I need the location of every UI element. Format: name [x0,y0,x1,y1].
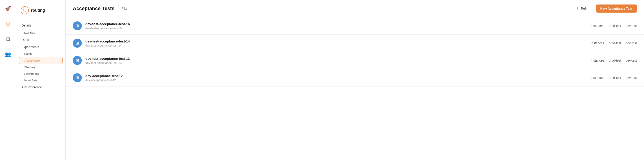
test-dev-label: dev-test [626,24,637,28]
table-row[interactable]: ⊞ dev-test-acceptance-test-16 dev-test-a… [66,17,644,34]
sidebar-item-input-sets[interactable]: Input Sets [19,77,63,84]
test-instances-label: Instances [591,24,604,28]
refresh-label: Refr... [581,7,589,10]
sidebar-header: ⬡ routing [16,4,66,19]
new-acceptance-test-button[interactable]: New Acceptance Test [596,4,637,12]
test-name: dev-test-acceptance-test-14 [86,39,591,43]
test-name: dev-test-acceptance-test-13 [86,57,591,60]
sidebar-item-switchback[interactable]: Switchback [19,70,63,77]
sidebar-item-shadow[interactable]: Shadow [19,64,63,70]
test-prod-label: prod-test [609,59,621,62]
main-header-right: ↻ Refr... New Acceptance Test [573,4,637,12]
table-row[interactable]: ⊞ dev-test-acceptance-test-14 dev-test-a… [66,34,644,52]
test-info: dev-acceptance-test-12 dev-acceptance-te… [86,74,591,82]
test-instances-label: Instances [591,76,604,80]
sidebar-item-instances[interactable]: Instances [19,29,63,36]
test-info: dev-test-acceptance-test-13 dev-test-acc… [86,57,591,64]
sidebar-item-runs[interactable]: Runs [19,36,63,43]
sidebar-item-api-reference[interactable]: API Reference [19,84,63,91]
icon-rail: 🚀 ⬡ ⊞ 👥 [0,0,16,160]
sidebar-item-details[interactable]: Details [19,22,63,29]
table-row[interactable]: ⊞ dev-test-acceptance-test-13 dev-test-a… [66,52,644,69]
sidebar-nav: Details Instances Runs Experiments Batch… [16,22,66,91]
sidebar: ⬡ routing Details Instances Runs Experim… [16,0,66,160]
test-meta: Instances prod-test dev-test [591,76,637,80]
test-info: dev-test-acceptance-test-16 dev-test-acc… [86,22,591,30]
test-name: dev-acceptance-test-12 [86,74,591,78]
main-header-left: Acceptance Tests [73,5,158,12]
test-instances-label: Instances [591,59,604,62]
sidebar-logo: ⬡ [21,6,29,14]
test-prod-label: prod-test [609,24,621,28]
users-icon[interactable]: 👥 [3,50,13,59]
page-title: Acceptance Tests [73,6,114,12]
test-dev-label: dev-test [626,41,637,45]
grid-icon[interactable]: ⊞ [3,34,13,44]
test-icon: ⊞ [73,39,82,48]
sidebar-title: routing [31,8,45,13]
test-meta: Instances prod-test dev-test [591,59,637,62]
test-subname: dev-test-acceptance-test-13 [86,61,591,64]
main-content: Acceptance Tests ↻ Refr... New Acceptanc… [66,0,644,160]
test-subname: dev-test-acceptance-test-16 [86,26,591,30]
test-instances-label: Instances [591,41,604,45]
cube-icon[interactable]: ⬡ [3,19,13,29]
test-dev-label: dev-test [626,59,637,62]
filter-input[interactable] [118,5,158,12]
test-list: ⊞ dev-test-acceptance-test-16 dev-test-a… [66,17,644,160]
test-subname: dev-acceptance-test-12 [86,78,591,82]
sidebar-item-acceptance[interactable]: Acceptance [19,57,63,64]
test-dev-label: dev-test [626,76,637,80]
rocket-icon[interactable]: 🚀 [3,4,13,14]
test-subname: dev-test-acceptance-test-14 [86,44,591,47]
test-icon: ⊞ [73,73,82,82]
main-header: Acceptance Tests ↻ Refr... New Acceptanc… [66,0,644,17]
test-icon: ⊞ [73,21,82,30]
test-icon: ⊞ [73,56,82,65]
sidebar-section-experiments: Experiments [19,43,63,50]
test-prod-label: prod-test [609,76,621,80]
test-meta: Instances prod-test dev-test [591,41,637,45]
table-row[interactable]: ⊞ dev-acceptance-test-12 dev-acceptance-… [66,69,644,86]
test-info: dev-test-acceptance-test-14 dev-test-acc… [86,39,591,47]
test-name: dev-test-acceptance-test-16 [86,22,591,26]
test-prod-label: prod-test [609,41,621,45]
test-meta: Instances prod-test dev-test [591,24,637,28]
refresh-button[interactable]: ↻ Refr... [573,5,593,12]
refresh-icon: ↻ [577,7,580,10]
sidebar-item-batch[interactable]: Batch [19,50,63,57]
